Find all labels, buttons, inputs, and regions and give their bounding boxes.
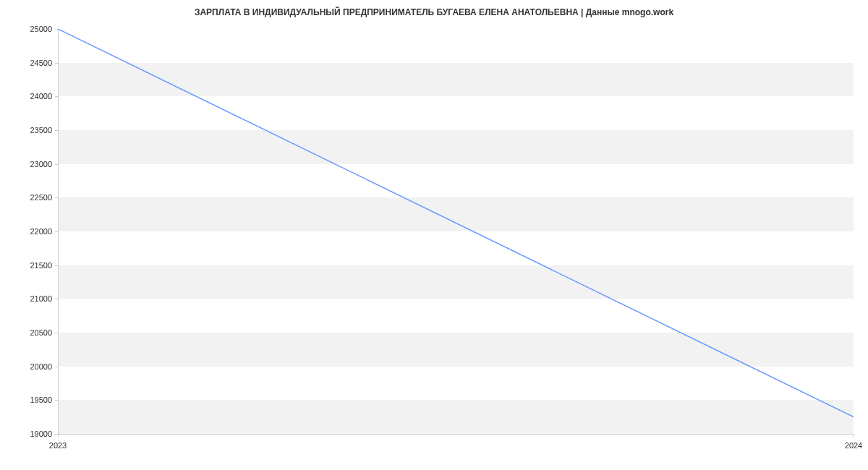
y-tick-mark [55, 63, 58, 64]
y-tick-label: 20000 [9, 362, 52, 371]
series-line [58, 29, 854, 417]
y-tick-label: 21500 [9, 261, 52, 270]
line-series [58, 29, 854, 434]
y-tick-mark [55, 299, 58, 299]
y-tick-mark [55, 164, 58, 165]
x-tick-mark [854, 434, 854, 437]
y-tick-label: 22500 [9, 193, 52, 202]
y-tick-label: 24500 [9, 59, 52, 67]
y-tick-mark [55, 333, 58, 333]
y-tick-label: 19500 [9, 396, 52, 404]
y-tick-mark [55, 130, 58, 131]
x-tick-label: 2024 [845, 441, 862, 450]
y-tick-label: 20500 [9, 328, 52, 337]
y-tick-label: 23500 [9, 126, 52, 134]
y-tick-label: 24000 [9, 92, 52, 101]
chart-title: ЗАРПЛАТА В ИНДИВИДУАЛЬНЫЙ ПРЕДПРИНИМАТЕЛ… [0, 7, 868, 17]
y-tick-mark [55, 367, 58, 367]
y-tick-mark [55, 231, 58, 232]
y-tick-mark [55, 265, 58, 266]
y-tick-label: 23000 [9, 160, 52, 168]
y-tick-mark [55, 400, 58, 401]
y-tick-label: 21000 [9, 294, 52, 303]
y-tick-label: 22000 [9, 227, 52, 236]
y-tick-mark [55, 29, 58, 30]
x-tick-label: 2023 [49, 441, 67, 450]
y-tick-label: 19000 [9, 430, 52, 438]
x-tick-mark [58, 434, 59, 437]
y-tick-mark [55, 96, 58, 97]
x-axis-line [58, 434, 854, 435]
y-tick-mark [55, 197, 58, 198]
y-tick-label: 25000 [9, 25, 52, 33]
